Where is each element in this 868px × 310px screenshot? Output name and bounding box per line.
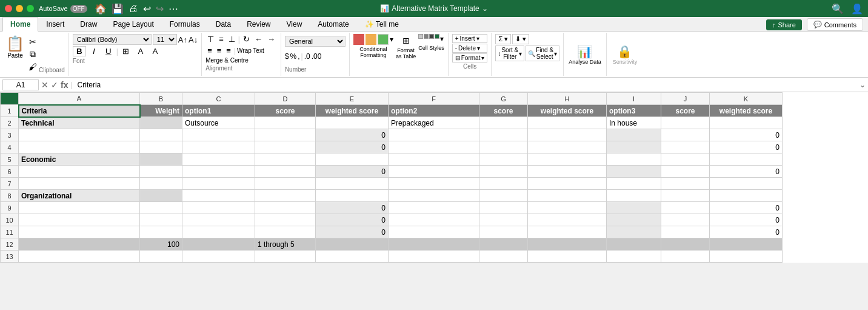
cell-styles-dropdown[interactable]: ▾: [440, 34, 444, 44]
cell-C10[interactable]: [182, 214, 255, 226]
cell-A6[interactable]: [19, 166, 140, 178]
cell-D12[interactable]: 1 through 5: [255, 238, 316, 251]
cell-I11[interactable]: [607, 226, 661, 238]
bold-button[interactable]: B: [73, 46, 86, 56]
cell-J9[interactable]: [661, 202, 710, 214]
cell-E9[interactable]: 0: [316, 202, 389, 214]
row-header-7[interactable]: 7: [1, 178, 19, 190]
cell-D2[interactable]: [255, 117, 316, 129]
cell-K8[interactable]: [710, 190, 783, 202]
align-bottom-button[interactable]: ⊥: [227, 34, 237, 44]
cell-K6[interactable]: 0: [710, 166, 783, 178]
cell-B1[interactable]: Weight: [140, 105, 182, 117]
cell-J11[interactable]: [661, 226, 710, 238]
cell-G10[interactable]: [479, 214, 528, 226]
cell-F3[interactable]: [389, 129, 479, 141]
number-format-select[interactable]: General: [285, 36, 346, 47]
sort-filter-button[interactable]: ↕Sort &Filter▾: [495, 45, 524, 61]
cond-format-dropdown[interactable]: ▾: [390, 34, 393, 45]
cell-G2[interactable]: [479, 117, 528, 129]
cell-E4[interactable]: 0: [316, 141, 389, 153]
cell-D11[interactable]: [255, 226, 316, 238]
col-header-G[interactable]: G: [479, 93, 528, 105]
wrap-text-button[interactable]: Wrap Text: [237, 47, 264, 54]
row-header-9[interactable]: 9: [1, 202, 19, 214]
col-header-E[interactable]: E: [316, 93, 389, 105]
cell-F8[interactable]: [389, 190, 479, 202]
undo-icon[interactable]: ↩: [143, 3, 151, 15]
cell-I7[interactable]: [607, 178, 661, 190]
font-color-button[interactable]: A: [149, 46, 162, 56]
maximize-button[interactable]: [27, 5, 34, 12]
copy-button[interactable]: ⧉: [28, 49, 38, 60]
cell-A2[interactable]: Technical: [19, 117, 140, 129]
cell-H5[interactable]: [528, 153, 607, 166]
text-direction-button[interactable]: ↻: [241, 34, 252, 44]
cell-A4[interactable]: [19, 141, 140, 153]
cell-A7[interactable]: [19, 178, 140, 190]
cell-H12[interactable]: [528, 238, 607, 251]
cell-C3[interactable]: [182, 129, 255, 141]
align-top-button[interactable]: ⊤: [205, 34, 216, 44]
increase-font-button[interactable]: A↑: [178, 35, 187, 44]
row-header-4[interactable]: 4: [1, 141, 19, 153]
cell-G7[interactable]: [479, 178, 528, 190]
cell-F2[interactable]: Prepackaged: [389, 117, 479, 129]
cell-C2[interactable]: Outsource: [182, 117, 255, 129]
align-left-button[interactable]: ≡: [205, 45, 214, 56]
cell-E8[interactable]: [316, 190, 389, 202]
cell-C9[interactable]: [182, 202, 255, 214]
cell-K5[interactable]: [710, 153, 783, 166]
cell-C12[interactable]: [182, 238, 255, 251]
cell-A13[interactable]: [19, 251, 140, 263]
cell-H13[interactable]: [528, 251, 607, 263]
cell-I6[interactable]: [607, 166, 661, 178]
cell-D3[interactable]: [255, 129, 316, 141]
cell-H8[interactable]: [528, 190, 607, 202]
cell-J12[interactable]: [661, 238, 710, 251]
cell-I3[interactable]: [607, 129, 661, 141]
cell-G4[interactable]: [479, 141, 528, 153]
row-header-13[interactable]: 13: [1, 251, 19, 263]
cell-F11[interactable]: [389, 226, 479, 238]
row-header-8[interactable]: 8: [1, 190, 19, 202]
more-icon[interactable]: ⋯: [169, 3, 178, 15]
cell-F4[interactable]: [389, 141, 479, 153]
format-painter-button[interactable]: 🖌: [28, 61, 38, 72]
cell-K12[interactable]: [710, 238, 783, 251]
align-right-button[interactable]: ≡: [224, 45, 233, 56]
borders-button[interactable]: ⊞: [119, 46, 133, 56]
col-header-H[interactable]: H: [528, 93, 607, 105]
cell-B11[interactable]: [140, 226, 182, 238]
cell-I2[interactable]: In house: [607, 117, 661, 129]
col-header-K[interactable]: K: [710, 93, 783, 105]
cell-G8[interactable]: [479, 190, 528, 202]
cell-D9[interactable]: [255, 202, 316, 214]
row-header-5[interactable]: 5: [1, 153, 19, 166]
accounting-button[interactable]: $: [285, 52, 289, 61]
title-chevron[interactable]: ⌄: [482, 4, 488, 13]
cell-F13[interactable]: [389, 251, 479, 263]
tab-draw[interactable]: Draw: [72, 17, 105, 32]
cell-F1[interactable]: option2: [389, 105, 479, 117]
cell-F5[interactable]: [389, 153, 479, 166]
cell-F10[interactable]: [389, 214, 479, 226]
format-button[interactable]: ⊟Format▾: [452, 53, 488, 62]
cell-J6[interactable]: [661, 166, 710, 178]
cell-I10[interactable]: [607, 214, 661, 226]
find-select-button[interactable]: 🔍Find &Select▾: [526, 45, 559, 61]
cell-I8[interactable]: [607, 190, 661, 202]
decrease-decimal-button[interactable]: .00: [312, 52, 322, 61]
cell-A10[interactable]: [19, 214, 140, 226]
cell-I1[interactable]: option3: [607, 105, 661, 117]
cell-J8[interactable]: [661, 190, 710, 202]
tab-review[interactable]: Review: [239, 17, 278, 32]
row-header-12[interactable]: 12: [1, 238, 19, 251]
cell-J2[interactable]: [661, 117, 710, 129]
cell-E5[interactable]: [316, 153, 389, 166]
cell-K2[interactable]: [710, 117, 783, 129]
cell-K13[interactable]: [710, 251, 783, 263]
cell-B10[interactable]: [140, 214, 182, 226]
cell-E12[interactable]: [316, 238, 389, 251]
cell-E11[interactable]: 0: [316, 226, 389, 238]
